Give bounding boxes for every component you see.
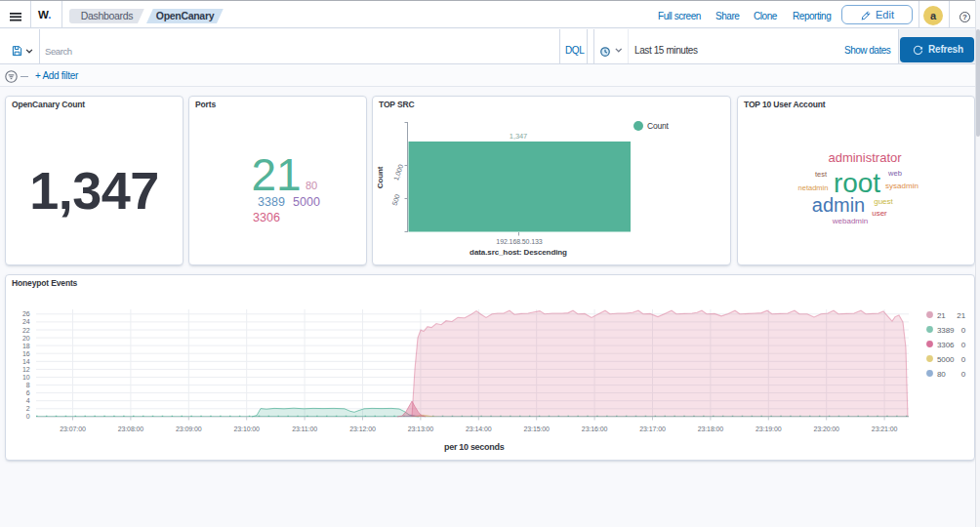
svg-text:20: 20 xyxy=(22,335,30,342)
svg-text:23:18:00: 23:18:00 xyxy=(698,426,724,432)
svg-text:2: 2 xyxy=(26,405,30,412)
svg-text:21: 21 xyxy=(957,311,965,320)
svg-text:500: 500 xyxy=(391,193,401,206)
svg-text:24: 24 xyxy=(22,318,30,325)
svg-text:0: 0 xyxy=(961,355,966,364)
svg-text:23:12:00: 23:12:00 xyxy=(349,426,376,432)
svg-text:0: 0 xyxy=(26,413,30,420)
svg-text:23:09:00: 23:09:00 xyxy=(176,426,202,432)
svg-text:8: 8 xyxy=(26,382,30,388)
svg-text:23:19:00: 23:19:00 xyxy=(755,426,782,432)
svg-text:Count: Count xyxy=(647,121,670,131)
svg-text:21: 21 xyxy=(937,311,946,320)
svg-text:23:21:00: 23:21:00 xyxy=(872,426,898,432)
svg-text:16: 16 xyxy=(22,350,30,357)
svg-text:23:14:00: 23:14:00 xyxy=(466,426,492,432)
svg-text:23:13:00: 23:13:00 xyxy=(408,426,434,432)
svg-text:23:15:00: 23:15:00 xyxy=(523,426,550,432)
svg-text:23:08:00: 23:08:00 xyxy=(118,426,144,432)
svg-text:23:11:00: 23:11:00 xyxy=(292,426,317,432)
svg-text:10: 10 xyxy=(22,374,30,381)
svg-text:23:17:00: 23:17:00 xyxy=(639,426,666,432)
svg-text:5000: 5000 xyxy=(937,355,955,364)
svg-text:22: 22 xyxy=(22,327,30,334)
svg-text:23:20:00: 23:20:00 xyxy=(813,426,839,432)
svg-text:14: 14 xyxy=(22,358,30,365)
svg-text:1,000: 1,000 xyxy=(392,163,404,182)
svg-text:26: 26 xyxy=(22,310,30,317)
svg-text:data.src_host: Descending: data.src_host: Descending xyxy=(470,248,567,257)
svg-text:0: 0 xyxy=(961,370,966,379)
svg-text:6: 6 xyxy=(26,389,30,396)
svg-text:23:16:00: 23:16:00 xyxy=(582,426,608,432)
svg-text:per 10 seconds: per 10 seconds xyxy=(444,442,505,452)
svg-text:18: 18 xyxy=(22,343,30,349)
svg-text:80: 80 xyxy=(937,370,946,379)
svg-text:3306: 3306 xyxy=(937,341,955,349)
svg-text:192.168.50.133: 192.168.50.133 xyxy=(496,238,542,245)
svg-text:Count: Count xyxy=(376,166,385,188)
svg-text:0: 0 xyxy=(961,341,966,349)
svg-text:1,347: 1,347 xyxy=(510,132,527,141)
svg-text:4: 4 xyxy=(26,397,30,404)
svg-text:23:07:00: 23:07:00 xyxy=(60,426,86,432)
svg-text:0: 0 xyxy=(961,326,966,335)
svg-text:3389: 3389 xyxy=(937,326,955,335)
svg-text:23:10:00: 23:10:00 xyxy=(233,426,260,432)
svg-text:12: 12 xyxy=(22,366,30,373)
